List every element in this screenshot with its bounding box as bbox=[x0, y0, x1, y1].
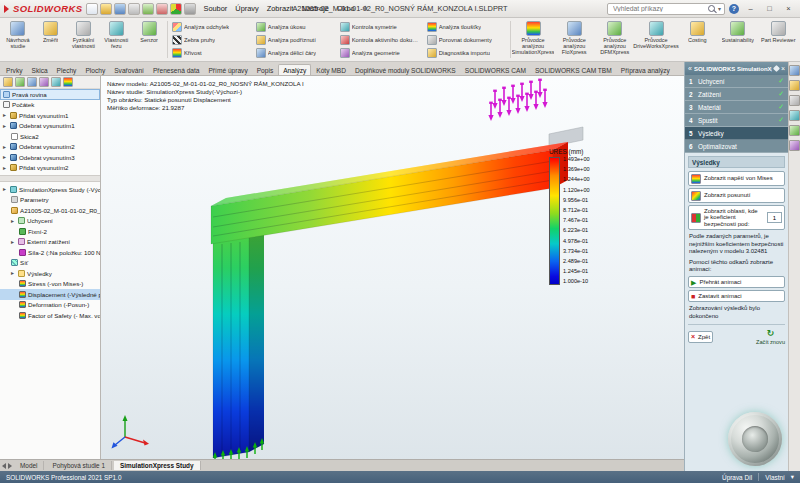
expand-caret-icon[interactable]: ▸ bbox=[11, 218, 16, 224]
graphics-area[interactable]: Název modelu: A21005-02_M-01-01-02_R0_NO… bbox=[101, 76, 684, 459]
dfmxpress-wizard-button[interactable]: Průvodce analýzou DFMXpress bbox=[595, 19, 635, 60]
menu-upravy[interactable]: Úpravy bbox=[232, 3, 261, 14]
view-palette-icon[interactable] bbox=[789, 110, 800, 121]
zebra-stripes-button[interactable]: Zebra pruhy bbox=[170, 34, 253, 46]
tab-prenesena-data[interactable]: Přenesená data bbox=[149, 65, 204, 75]
units-dropdown-icon[interactable]: ▾ bbox=[791, 473, 794, 481]
expand-caret-icon[interactable]: ▸ bbox=[3, 165, 8, 171]
displaymanager-icon[interactable] bbox=[51, 77, 61, 87]
floxpress-wizard-button[interactable]: Průvodce analýzou FloXpress bbox=[555, 19, 595, 60]
redo-icon[interactable] bbox=[156, 3, 168, 15]
expand-caret-icon[interactable]: ▸ bbox=[3, 144, 8, 150]
featuremanager-tree-icon[interactable] bbox=[3, 77, 13, 87]
measure-button[interactable]: Změřit bbox=[35, 19, 67, 60]
search-icon[interactable] bbox=[708, 5, 715, 12]
tree-item-pocatek[interactable]: Počátek bbox=[0, 100, 100, 111]
displacement-plot-model[interactable] bbox=[101, 76, 684, 459]
tab-solidworks-cam[interactable]: SOLIDWORKS CAM bbox=[461, 65, 530, 75]
units-selector[interactable]: Vlastní bbox=[765, 474, 785, 481]
open-file-icon[interactable] bbox=[100, 3, 112, 15]
driveworksxpress-wizard-button[interactable]: Průvodce DriveWorksXpress bbox=[636, 19, 677, 60]
tree-item-study[interactable]: ▸ SimulationXpress Study (-Výchozí-) bbox=[0, 184, 100, 195]
symmetry-check-button[interactable]: Kontrola symetrie bbox=[338, 21, 424, 33]
rebuild-icon[interactable] bbox=[170, 3, 182, 15]
collapse-chevrons-icon[interactable]: « bbox=[688, 65, 692, 72]
tab-doplnkove-moduly[interactable]: Doplňkové moduly SOLIDWORKS bbox=[351, 65, 460, 75]
command-search-input[interactable] bbox=[611, 4, 705, 13]
check-document-button[interactable]: Kontrola aktivního dokumentu bbox=[338, 34, 424, 46]
tree-item-skica2[interactable]: Skica2 bbox=[0, 131, 100, 142]
step-2-zatizeni[interactable]: 2 Zatížení ✓ bbox=[685, 88, 788, 101]
step-1-uchyceni[interactable]: 1 Uchycení ✓ bbox=[685, 75, 788, 88]
tree-item-factor-of-safety[interactable]: Factor of Safety (- Max. von Mises... bbox=[0, 310, 100, 321]
thickness-analysis-button[interactable]: Analýza tloušťky bbox=[425, 21, 508, 33]
tree-item-externi-zatizeni[interactable]: ▸ Externí zatížení bbox=[0, 237, 100, 248]
pin-icon[interactable] bbox=[773, 65, 780, 72]
close-button[interactable]: × bbox=[781, 3, 796, 15]
play-animation-button[interactable]: ▶ Přehrát animaci bbox=[688, 276, 785, 288]
design-study-button[interactable]: Návrhová studie bbox=[2, 19, 34, 60]
back-button[interactable]: × Zpět bbox=[688, 331, 713, 343]
expand-caret-icon[interactable]: ▸ bbox=[3, 112, 8, 118]
tab-motion-study[interactable]: Pohybová studie 1 bbox=[46, 461, 112, 470]
simulation-tree-icon[interactable] bbox=[63, 77, 73, 87]
tab-model[interactable]: Model bbox=[14, 461, 44, 470]
sensor-button[interactable]: Senzor bbox=[133, 19, 165, 60]
compare-documents-button[interactable]: Porovnat dokumenty bbox=[425, 34, 508, 46]
tree-item-vysledky[interactable]: ▸ Výsledky bbox=[0, 268, 100, 279]
expand-caret-icon[interactable]: ▸ bbox=[3, 186, 8, 192]
maximize-button[interactable]: □ bbox=[762, 3, 777, 15]
save-icon[interactable] bbox=[114, 3, 126, 15]
show-von-mises-button[interactable]: Zobrazit napětí von Mises bbox=[688, 171, 785, 186]
options-gear-icon[interactable] bbox=[184, 3, 196, 15]
expand-caret-icon[interactable]: ▸ bbox=[11, 270, 16, 276]
simulationxpress-wizard-button[interactable]: Průvodce analýzou SimulationXpress bbox=[513, 19, 554, 60]
import-diagnostics-button[interactable]: Diagnostika importu bbox=[425, 47, 508, 59]
tree-item-fixni2[interactable]: Fixní-2 bbox=[0, 226, 100, 237]
tab-prime-upravy[interactable]: Přímé úpravy bbox=[204, 65, 251, 75]
step-3-material[interactable]: 3 Materiál ✓ bbox=[685, 101, 788, 114]
tab-priprava-analyzy[interactable]: Příprava analýzy bbox=[617, 65, 674, 75]
print-icon[interactable] bbox=[128, 3, 140, 15]
tab-prvky[interactable]: Prvky bbox=[2, 65, 26, 75]
menu-soubor[interactable]: Soubor bbox=[200, 3, 230, 14]
home-icon[interactable] bbox=[789, 65, 800, 76]
curvature-button[interactable]: Křivost bbox=[170, 47, 253, 59]
expand-caret-icon[interactable]: ▸ bbox=[3, 123, 8, 129]
dimxpertmanager-icon[interactable] bbox=[39, 77, 49, 87]
tab-plechy[interactable]: Plechy bbox=[53, 65, 81, 75]
appearances-icon[interactable] bbox=[789, 125, 800, 136]
file-explorer-icon[interactable] bbox=[789, 95, 800, 106]
show-displacement-button[interactable]: Zobrazit posunutí bbox=[688, 188, 785, 203]
tree-item-odebrat-vysunutim2[interactable]: ▸ Odebrat vysunutím2 bbox=[0, 142, 100, 153]
geometry-analysis-button[interactable]: Analýza geometrie bbox=[338, 47, 424, 59]
show-fos-region-button[interactable]: Zobrazit oblasti, kde je koeficient bezp… bbox=[688, 205, 785, 230]
draft-analysis-button[interactable]: Analýza úkosu bbox=[254, 21, 337, 33]
part-reviewer-button[interactable]: Part Reviewer bbox=[759, 19, 799, 60]
minimize-button[interactable]: – bbox=[743, 3, 758, 15]
parting-line-analysis-button[interactable]: Analýza dělicí čáry bbox=[254, 47, 337, 59]
expand-caret-icon[interactable]: ▸ bbox=[11, 239, 16, 245]
tab-skica[interactable]: Skica bbox=[27, 65, 51, 75]
tree-item-sit[interactable]: Síť bbox=[0, 258, 100, 269]
tab-simulationxpress-study[interactable]: SimulationXpress Study bbox=[114, 461, 201, 470]
custom-properties-icon[interactable] bbox=[789, 140, 800, 151]
new-file-icon[interactable] bbox=[86, 3, 98, 15]
step-6-optimalizovat[interactable]: 6 Optimalizovat bbox=[685, 140, 788, 153]
stop-animation-button[interactable]: ■ Zastavit animaci bbox=[688, 290, 785, 302]
costing-button[interactable]: Costing bbox=[678, 19, 718, 60]
tree-item-pridat-vysunutim1[interactable]: ▸ Přidat vysunutím1 bbox=[0, 110, 100, 121]
tree-item-pridat-vysunutim2[interactable]: ▸ Přidat vysunutím2 bbox=[0, 163, 100, 174]
tab-scroll-left-icon[interactable] bbox=[2, 463, 6, 469]
tree-item-deformation[interactable]: Deformation (-Posun-) bbox=[0, 300, 100, 311]
propertymanager-icon[interactable] bbox=[15, 77, 25, 87]
configurationmanager-icon[interactable] bbox=[27, 77, 37, 87]
design-library-icon[interactable] bbox=[789, 80, 800, 91]
expand-caret-icon[interactable]: ▸ bbox=[3, 154, 8, 160]
restart-button[interactable]: ↻ Začít znovu bbox=[756, 329, 785, 345]
panel-splitter[interactable] bbox=[0, 175, 100, 182]
step-5-vysledky[interactable]: 5 Výsledky bbox=[685, 127, 788, 140]
tree-item-stress[interactable]: Stress (-von Mises-) bbox=[0, 279, 100, 290]
tab-solidworks-cam-tbm[interactable]: SOLIDWORKS CAM TBM bbox=[531, 65, 616, 75]
tree-item-uchyceni[interactable]: ▸ Uchycení bbox=[0, 216, 100, 227]
